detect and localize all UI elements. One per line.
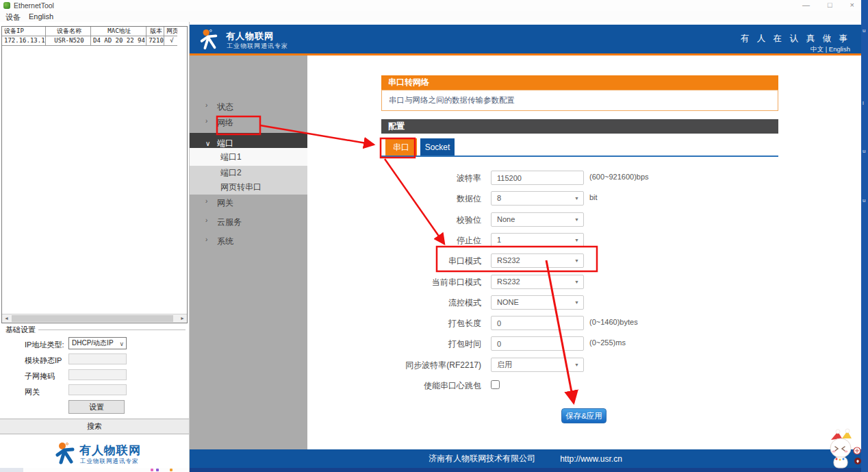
taskbar-dot-icon: [156, 469, 159, 471]
cell-device-mac[interactable]: D4 AD 20 22 94 F0: [91, 36, 146, 46]
form-row-databits: 数据位 8▼ bit: [324, 191, 803, 206]
cell-device-weblink[interactable]: √: [164, 36, 177, 46]
col-header-name: 设备名称: [46, 27, 91, 36]
dropdown-arrow-icon: ▼: [574, 234, 579, 247]
app-icon: [3, 2, 10, 9]
dropdown-arrow-icon: ▼: [574, 275, 579, 288]
right-edge-strip: u l u u: [861, 0, 868, 472]
chevron-right-icon: ›: [205, 197, 207, 205]
scroll-right-icon[interactable]: ►: [178, 314, 187, 323]
footer-bottom-strip: [190, 468, 861, 472]
set-button[interactable]: 设置: [68, 400, 125, 414]
col-header-mac: MAC地址: [91, 27, 146, 36]
parity-select[interactable]: None▼: [491, 212, 584, 227]
form-row-serial-mode: 串口模式 RS232▼: [324, 253, 803, 269]
footer-url[interactable]: http://www.usr.cn: [560, 454, 622, 464]
combo-arrow-icon: ∨: [119, 338, 124, 349]
dropdown-arrow-icon: ▼: [574, 296, 579, 309]
chevron-right-icon: ›: [205, 101, 207, 109]
menu-device[interactable]: 设备: [5, 12, 21, 23]
serial-mode-select[interactable]: RS232▼: [491, 253, 584, 268]
panel-logo-subtitle: 工业物联网通讯专家: [80, 458, 139, 466]
current-serial-mode-select[interactable]: RS232▼: [491, 275, 584, 289]
scroll-left-icon[interactable]: ◄: [2, 314, 11, 323]
taskbar-segment: [0, 468, 23, 472]
form-row-stopbits: 停止位 1▼: [324, 233, 803, 248]
packet-length-input[interactable]: [491, 316, 584, 330]
form-row-baudrate: 波特率 (600~921600)bps: [324, 171, 803, 186]
static-ip-label: 模块静态IP: [25, 356, 62, 366]
ip-type-value: DHCP/动态IP: [72, 339, 114, 347]
form-row-flow-control: 流控模式 NONE▼: [324, 295, 803, 310]
footer-company: 济南有人物联网技术有限公司: [429, 453, 535, 464]
web-footer: 济南有人物联网技术有限公司 http://www.usr.cn: [190, 449, 861, 468]
usr-logo-icon: [53, 441, 78, 466]
cell-device-ip[interactable]: 172.16.13.124: [2, 36, 46, 46]
close-button-icon[interactable]: ×: [850, 1, 854, 9]
baudrate-input[interactable]: [491, 171, 584, 185]
ip-type-label: IP地址类型:: [25, 340, 64, 350]
subnet-mask-label: 子网掩码: [25, 371, 55, 382]
form-row-current-serial-mode: 当前串口模式 RS232▼: [324, 275, 803, 290]
col-header-ip: 设备IP: [2, 27, 46, 36]
table-header-row: 设备IP 设备名称 MAC地址 版本 网页: [2, 27, 177, 36]
dropdown-arrow-icon: ▼: [574, 192, 579, 205]
flow-control-select[interactable]: NONE▼: [491, 295, 584, 310]
tab-socket[interactable]: Socket: [420, 138, 455, 156]
cell-device-version[interactable]: 7210: [146, 36, 164, 46]
form-row-packet-length: 打包长度 (0~1460)bytes: [324, 316, 803, 331]
header-slogan: 有 人 在 认 真 做 事: [741, 33, 850, 45]
table-row[interactable]: 172.16.13.124 USR-N520 D4 AD 20 22 94 F0…: [2, 36, 177, 46]
sync-baudrate-select[interactable]: 启用▼: [491, 358, 584, 372]
title-bar: EthernetTool — □ ×: [0, 0, 868, 11]
chevron-right-icon: ›: [205, 117, 207, 125]
databits-select[interactable]: 8▼: [491, 191, 584, 206]
device-table: 设备IP 设备名称 MAC地址 版本 网页 172.16.13.124 USR-…: [2, 27, 177, 46]
tab-serial[interactable]: 串口: [385, 138, 417, 156]
tab-underline: [381, 156, 778, 157]
maximize-button-icon[interactable]: □: [828, 1, 832, 9]
form-row-parity: 校验位 None▼: [324, 212, 803, 227]
sidebar-item-port2[interactable]: 端口2: [190, 166, 307, 180]
ip-type-select[interactable]: DHCP/动态IP ∨: [68, 337, 127, 349]
taskbar-dot-icon: [151, 469, 153, 471]
device-list: 设备IP 设备名称 MAC地址 版本 网页 172.16.13.124 USR-…: [1, 26, 188, 323]
heartbeat-checkbox[interactable]: [491, 380, 500, 389]
menu-english[interactable]: English: [29, 12, 53, 21]
subnet-mask-field[interactable]: [68, 369, 127, 380]
form-row-sync-baudrate: 同步波特率(RF2217) 启用▼: [324, 358, 803, 373]
minimize-button-icon[interactable]: —: [802, 1, 810, 9]
sidebar-item-port1[interactable]: 端口1: [190, 148, 307, 166]
panel-logo-title: 有人物联网: [79, 443, 141, 458]
gateway-field[interactable]: [68, 384, 127, 395]
chevron-right-icon: ›: [205, 236, 207, 243]
scrollbar-thumb[interactable]: [12, 315, 173, 322]
horizontal-scrollbar[interactable]: ◄ ►: [2, 314, 187, 323]
gateway-label: 网关: [25, 387, 40, 397]
chevron-right-icon: ›: [205, 216, 207, 224]
static-ip-field[interactable]: [68, 353, 127, 364]
sidebar-item-web2serial[interactable]: 网页转串口: [190, 180, 307, 195]
form-row-heartbeat: 使能串口心跳包: [324, 378, 803, 393]
mascot-sticker: [821, 427, 865, 471]
dropdown-arrow-icon: ▼: [574, 254, 579, 267]
search-button[interactable]: 搜索: [0, 419, 189, 434]
dropdown-arrow-icon: ▼: [574, 358, 579, 371]
web-sidebar: › 状态 › 网络 ∨ 端口 端口1 端口2 网页转串口 › 网关: [190, 55, 307, 449]
cell-device-name[interactable]: USR-N520: [46, 36, 91, 46]
sidebar-item-port[interactable]: ∨ 端口: [190, 133, 307, 148]
web-config-page: 有人物联网 工业物联网通讯专家 有 人 在 认 真 做 事 中文 | Engli…: [190, 22, 861, 472]
window-title: EthernetTool: [14, 1, 54, 10]
stopbits-select[interactable]: 1▼: [491, 233, 584, 247]
taskbar-dot-icon: [170, 469, 173, 471]
window-controls: — □ ×: [802, 1, 854, 9]
page-description: 串口与网络之间的数据传输参数配置: [381, 90, 778, 111]
col-header-web: 网页: [164, 27, 177, 36]
usr-logo-white-icon: [198, 28, 221, 51]
packet-time-input[interactable]: [491, 336, 584, 351]
col-header-version: 版本: [146, 27, 164, 36]
save-apply-button[interactable]: 保存&应用: [561, 408, 607, 423]
web-header: 有人物联网 工业物联网通讯专家 有 人 在 认 真 做 事 中文 | Engli…: [190, 25, 861, 53]
device-panel: 设备IP 设备名称 MAC地址 版本 网页 172.16.13.124 USR-…: [0, 22, 190, 472]
dropdown-arrow-icon: ▼: [574, 213, 579, 226]
